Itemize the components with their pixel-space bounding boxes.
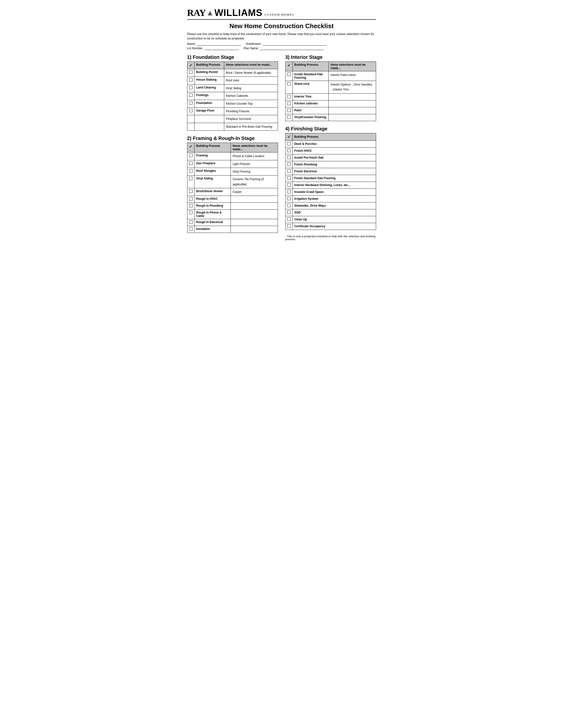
selections-cell bbox=[230, 203, 278, 210]
selections-cell: Vinyl Flooring bbox=[230, 168, 278, 175]
table-row: Clean Up bbox=[285, 216, 376, 223]
checkbox[interactable] bbox=[287, 102, 291, 105]
framing-process-header: Building Process bbox=[194, 143, 230, 152]
selections-cell: Roof color bbox=[224, 77, 278, 84]
foundation-selections-header: these selections must be made... bbox=[224, 62, 278, 69]
checkbox-cell bbox=[285, 107, 293, 114]
list-item: Interior Trim bbox=[293, 93, 329, 100]
list-item: Building Permit bbox=[194, 69, 224, 77]
checkbox[interactable] bbox=[189, 197, 192, 201]
finishing-process-header: Building Process bbox=[293, 133, 376, 140]
checkbox-cell bbox=[285, 161, 293, 168]
list-item: Land Clearing bbox=[194, 84, 224, 92]
interior-table: ✓ Building Process these selections must… bbox=[285, 62, 376, 121]
checkbox-cell bbox=[285, 147, 293, 154]
checkbox[interactable] bbox=[287, 169, 291, 173]
checkbox[interactable] bbox=[189, 109, 192, 112]
checkbox[interactable] bbox=[287, 73, 291, 76]
finishing-check-header: ✓ bbox=[285, 133, 293, 140]
checkbox[interactable] bbox=[287, 82, 291, 86]
table-row: Install Pre-finish Oak bbox=[285, 154, 376, 161]
selections-cell bbox=[230, 210, 278, 219]
finishing-table: ✓ Building Process Deck & Porches Finish… bbox=[285, 133, 376, 230]
checkbox-cell bbox=[187, 176, 194, 188]
plan-field: Plan Name: bbox=[243, 47, 324, 50]
col-left: 1) Foundation Stage ✓ Building Process t… bbox=[187, 54, 278, 241]
checkbox[interactable] bbox=[287, 190, 291, 193]
list-item: Insulate Crawl Space bbox=[293, 188, 376, 195]
checkbox[interactable] bbox=[189, 169, 192, 173]
logo-ray: RAY bbox=[187, 7, 206, 18]
plan-underline[interactable] bbox=[260, 47, 324, 50]
subdivision-field: Subdivision: bbox=[246, 42, 327, 46]
checkbox[interactable] bbox=[287, 183, 291, 187]
checkbox[interactable] bbox=[189, 78, 192, 81]
list-item: Rough In Electrical bbox=[194, 219, 230, 226]
lot-underline[interactable] bbox=[204, 47, 239, 50]
list-item: Insulation bbox=[194, 226, 230, 233]
checkbox-cell bbox=[285, 114, 293, 121]
logo-divider bbox=[187, 19, 376, 20]
checkbox[interactable] bbox=[287, 197, 291, 200]
checkbox[interactable] bbox=[287, 224, 291, 228]
checkbox[interactable] bbox=[189, 86, 192, 89]
foundation-table: ✓ Building Process these selections must… bbox=[187, 62, 278, 131]
framing-check-header: ✓ bbox=[187, 143, 194, 152]
selections-cell: Standard or Pre-finish Oak Flooring bbox=[224, 123, 278, 130]
table-row: Finish Electrical bbox=[285, 168, 376, 175]
checkbox[interactable] bbox=[189, 189, 192, 193]
checkbox[interactable] bbox=[189, 177, 192, 180]
name-underline[interactable] bbox=[197, 42, 241, 46]
checkbox[interactable] bbox=[189, 154, 192, 157]
selections-cell: Interior Options ...Door Handles, ...Int… bbox=[329, 81, 376, 94]
checkbox-cell bbox=[285, 175, 293, 182]
checkbox[interactable] bbox=[287, 211, 291, 214]
checkbox[interactable] bbox=[189, 162, 192, 165]
list-item: Clean Up bbox=[293, 216, 376, 223]
checkbox-cell bbox=[187, 152, 194, 160]
checkbox[interactable] bbox=[287, 115, 291, 119]
checkbox[interactable] bbox=[189, 227, 192, 231]
list-item: Rough In Phone & Cable bbox=[194, 210, 230, 219]
logo-williams: WILLIAMS bbox=[214, 8, 262, 18]
checkbox[interactable] bbox=[189, 101, 192, 105]
checkbox[interactable] bbox=[189, 70, 192, 74]
list-item: Finish Electrical bbox=[293, 168, 376, 175]
checkbox[interactable] bbox=[287, 95, 291, 98]
checkbox[interactable] bbox=[287, 156, 291, 159]
checkbox-cell bbox=[187, 203, 194, 210]
checkbox-cell bbox=[285, 71, 293, 81]
checkbox[interactable] bbox=[287, 163, 291, 166]
checkbox[interactable] bbox=[287, 142, 291, 145]
table-row: Finish Plumbing bbox=[285, 161, 376, 168]
interior-check-header: ✓ bbox=[285, 62, 293, 71]
checkbox-cell bbox=[187, 100, 194, 107]
list-item: Rough In HVAC bbox=[194, 196, 230, 203]
checkbox[interactable] bbox=[287, 204, 291, 207]
checkbox[interactable] bbox=[189, 211, 192, 214]
selections-cell: Fireplace Surround bbox=[224, 115, 278, 123]
checkbox[interactable] bbox=[189, 220, 192, 224]
selections-cell: Ceramic Tile Flooring (if applicable) bbox=[230, 176, 278, 188]
checkbox[interactable] bbox=[287, 217, 291, 221]
list-item: Roof Shingles bbox=[194, 168, 230, 175]
checkbox[interactable] bbox=[287, 176, 291, 180]
logo: RAY ▲ WILLIAMS Custom Homes bbox=[187, 7, 376, 18]
list-item: Install Standard Oak Flooring bbox=[293, 71, 329, 81]
checkbox[interactable] bbox=[189, 93, 192, 97]
list-item: Footings bbox=[194, 92, 224, 100]
list-item: Finish HAVC bbox=[293, 147, 376, 154]
checkbox[interactable] bbox=[287, 109, 291, 112]
checkbox-cell bbox=[187, 84, 194, 92]
selections-cell: Carpet bbox=[230, 188, 278, 196]
checkbox[interactable] bbox=[287, 149, 291, 152]
checkbox-cell bbox=[285, 81, 293, 94]
selections-cell bbox=[230, 196, 278, 203]
list-item: Paint bbox=[293, 107, 329, 114]
table-row: Finish HAVC bbox=[285, 147, 376, 154]
checkbox[interactable] bbox=[189, 204, 192, 207]
page-title: New Home Construction Checklist bbox=[187, 22, 376, 30]
subdivision-underline[interactable] bbox=[263, 42, 327, 46]
checkbox-cell bbox=[187, 226, 194, 233]
selections-cell: Plumbing Fixtures bbox=[224, 107, 278, 115]
